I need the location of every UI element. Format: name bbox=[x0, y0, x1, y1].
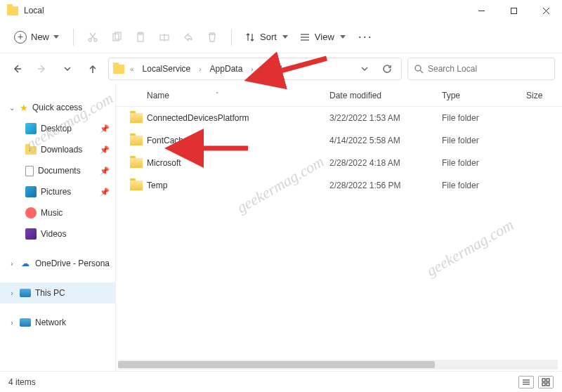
view-label: View bbox=[315, 32, 334, 42]
refresh-button[interactable] bbox=[377, 59, 397, 79]
new-button[interactable]: New bbox=[7, 27, 66, 48]
pin-icon: 📌 bbox=[100, 166, 110, 176]
plus-icon bbox=[14, 31, 27, 44]
column-headers: Name ˄ Date modified Type Size bbox=[116, 84, 562, 107]
column-header-date[interactable]: Date modified bbox=[329, 91, 442, 100]
chevron-right-icon: › bbox=[8, 319, 15, 327]
sidebar-item-downloads[interactable]: Downloads📌 bbox=[0, 139, 115, 160]
thumbnails-view-button[interactable] bbox=[538, 376, 554, 388]
file-row[interactable]: Microsoft 2/28/2022 4:18 AM File folder bbox=[116, 152, 562, 174]
svg-rect-27 bbox=[542, 383, 545, 386]
breadcrumb-seg-0[interactable]: LocalService bbox=[140, 63, 194, 75]
column-header-size[interactable]: Size bbox=[526, 91, 562, 100]
item-count: 4 items bbox=[8, 377, 36, 387]
breadcrumb-seg-1[interactable]: AppData bbox=[207, 63, 246, 75]
share-button[interactable] bbox=[176, 25, 200, 49]
paste-button[interactable] bbox=[129, 25, 152, 49]
cloud-icon: ☁ bbox=[20, 258, 31, 269]
sidebar-item-music[interactable]: Music bbox=[0, 202, 115, 223]
videos-icon bbox=[25, 228, 37, 240]
horizontal-scrollbar[interactable] bbox=[118, 360, 558, 370]
delete-button[interactable] bbox=[200, 25, 224, 49]
svg-rect-26 bbox=[547, 379, 549, 381]
navigation-row: « LocalService › AppData › Local › bbox=[0, 53, 562, 84]
window-folder-icon bbox=[7, 6, 18, 15]
sort-asc-icon: ˄ bbox=[216, 91, 219, 98]
address-dropdown-button[interactable] bbox=[355, 59, 374, 79]
file-row[interactable]: FontCache 4/14/2022 5:58 AM File folder bbox=[116, 129, 562, 152]
sidebar-network[interactable]: › Network bbox=[0, 312, 115, 333]
folder-icon bbox=[130, 181, 143, 190]
back-button[interactable] bbox=[7, 59, 27, 79]
view-icon bbox=[299, 32, 311, 43]
file-row[interactable]: Temp 2/28/2022 1:56 PM File folder bbox=[116, 174, 562, 197]
sidebar-label: Quick access bbox=[32, 103, 82, 112]
folder-icon bbox=[130, 158, 143, 168]
column-header-name[interactable]: Name ˄ bbox=[147, 91, 329, 100]
sort-icon bbox=[244, 32, 256, 43]
window-title: Local bbox=[24, 6, 44, 15]
svg-rect-28 bbox=[547, 383, 549, 386]
chevron-down-icon bbox=[282, 35, 288, 39]
copy-button[interactable] bbox=[105, 25, 129, 49]
forward-button[interactable] bbox=[32, 59, 52, 79]
cut-button[interactable] bbox=[81, 25, 105, 49]
navigation-pane: ⌄ ★ Quick access Desktop📌 Downloads📌 Doc… bbox=[0, 84, 116, 371]
more-button[interactable]: ··· bbox=[351, 30, 380, 44]
pin-icon: 📌 bbox=[100, 145, 110, 155]
toolbar-separator bbox=[231, 29, 232, 46]
downloads-icon bbox=[25, 146, 37, 155]
chevron-down-icon: ⌄ bbox=[8, 104, 15, 112]
chevron-right-icon: › bbox=[8, 289, 15, 297]
file-list: Name ˄ Date modified Type Size Connected… bbox=[116, 84, 562, 371]
close-button[interactable] bbox=[530, 0, 562, 21]
recent-locations-button[interactable] bbox=[58, 59, 77, 79]
status-bar: 4 items bbox=[0, 371, 562, 392]
scrollbar-thumb[interactable] bbox=[118, 361, 435, 368]
chevron-right-icon: › bbox=[8, 260, 15, 268]
sidebar-item-pictures[interactable]: Pictures📌 bbox=[0, 181, 115, 202]
breadcrumb-seg-2[interactable]: Local bbox=[259, 63, 285, 75]
chevron-down-icon bbox=[340, 35, 346, 39]
column-header-type[interactable]: Type bbox=[442, 91, 526, 100]
sidebar-this-pc[interactable]: › This PC bbox=[0, 282, 115, 303]
sidebar-item-documents[interactable]: Documents📌 bbox=[0, 160, 115, 181]
new-button-label: New bbox=[31, 32, 49, 42]
address-bar[interactable]: « LocalService › AppData › Local › bbox=[108, 58, 402, 80]
up-button[interactable] bbox=[83, 59, 103, 79]
toolbar: New Sort View ··· bbox=[0, 21, 562, 53]
minimize-button[interactable] bbox=[465, 0, 497, 21]
rename-button[interactable] bbox=[152, 25, 176, 49]
breadcrumb-overflow[interactable]: « bbox=[127, 65, 137, 73]
sidebar-quick-access[interactable]: ⌄ ★ Quick access bbox=[0, 97, 115, 118]
title-bar: Local bbox=[0, 0, 562, 21]
sidebar-item-desktop[interactable]: Desktop📌 bbox=[0, 118, 115, 139]
file-row[interactable]: ConnectedDevicesPlatform 3/22/2022 1:53 … bbox=[116, 107, 562, 129]
search-icon bbox=[414, 64, 424, 74]
maximize-button[interactable] bbox=[497, 0, 530, 21]
folder-icon bbox=[130, 136, 143, 145]
toolbar-separator bbox=[73, 29, 74, 46]
details-view-button[interactable] bbox=[518, 376, 534, 388]
sort-label: Sort bbox=[260, 32, 277, 42]
folder-icon bbox=[113, 65, 124, 74]
sidebar-item-videos[interactable]: Videos bbox=[0, 223, 115, 244]
chevron-right-icon[interactable]: › bbox=[287, 65, 295, 73]
pictures-icon bbox=[25, 186, 37, 197]
pin-icon: 📌 bbox=[100, 124, 110, 133]
chevron-right-icon[interactable]: › bbox=[196, 65, 204, 73]
pin-icon: 📌 bbox=[100, 188, 110, 197]
view-button[interactable]: View bbox=[294, 32, 351, 43]
music-icon bbox=[25, 207, 37, 218]
search-box[interactable] bbox=[407, 58, 555, 80]
folder-icon bbox=[130, 113, 143, 123]
svg-rect-25 bbox=[542, 379, 545, 381]
chevron-down-icon bbox=[53, 35, 59, 39]
svg-rect-1 bbox=[511, 8, 516, 13]
chevron-right-icon[interactable]: › bbox=[248, 65, 256, 73]
star-icon: ★ bbox=[20, 103, 28, 113]
svg-line-21 bbox=[420, 70, 423, 73]
search-input[interactable] bbox=[428, 64, 549, 74]
sidebar-onedrive[interactable]: › ☁ OneDrive - Persona bbox=[0, 253, 115, 274]
sort-button[interactable]: Sort bbox=[239, 32, 294, 43]
